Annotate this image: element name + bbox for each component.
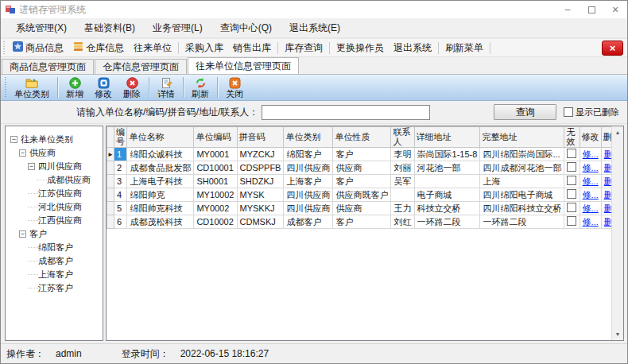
row-selector-header[interactable]: [107, 127, 114, 148]
cell-address[interactable]: 崇尚国际1-15-8: [414, 148, 480, 161]
edit-link-cell[interactable]: 修...: [580, 215, 601, 229]
cell-category[interactable]: 上海客户: [284, 175, 333, 188]
column-header-nature[interactable]: 单位性质: [333, 127, 391, 148]
column-header-code[interactable]: 单位编码: [194, 127, 237, 148]
cell-full_address[interactable]: 一环路二段: [480, 215, 564, 229]
cell-contact[interactable]: [391, 188, 414, 202]
cell-nature[interactable]: 客户: [333, 148, 391, 161]
menu-item[interactable]: 查询中心(Q): [211, 20, 281, 36]
cell-pinyin[interactable]: CDSPPFB: [237, 161, 284, 175]
cell-nature[interactable]: 供应商既客户: [333, 188, 391, 202]
toolbar-button[interactable]: 销售出库: [228, 40, 276, 56]
edit-link[interactable]: 修...: [583, 176, 599, 186]
scroll-down-icon[interactable]: ▼: [612, 328, 623, 340]
toolbar-button[interactable]: 刷新菜单: [440, 40, 488, 56]
table-row[interactable]: 4绵阳帅克MY10002MYSK四川供应商供应商既客户电子商城四川绵阳电子商城修…: [107, 188, 623, 202]
cell-no[interactable]: 1: [114, 148, 127, 161]
column-header-category[interactable]: 单位类别: [284, 127, 333, 148]
sub-toolbar-button[interactable]: 详情: [152, 76, 180, 100]
cell-no[interactable]: 4: [114, 188, 127, 202]
row-selector[interactable]: [107, 202, 114, 215]
toolbar-button[interactable]: 仓库信息: [68, 40, 129, 56]
sub-toolbar-button[interactable]: 修改: [89, 76, 118, 100]
table-row[interactable]: 2成都食品批发部CD10001CDSPPFB四川供应商供应商刘丽河花池一部四川成…: [107, 161, 623, 175]
invalid-checkbox-cell[interactable]: [564, 202, 580, 215]
invalid-checkbox[interactable]: [567, 176, 576, 185]
vertical-scrollbar[interactable]: ▲ ▼: [611, 126, 623, 340]
cell-full_address[interactable]: 四川绵阳电子商城: [480, 188, 564, 202]
tree-item[interactable]: −往来单位类别: [6, 133, 103, 146]
toolbar-button[interactable]: 库存查询: [280, 40, 328, 56]
invalid-checkbox[interactable]: [567, 162, 576, 172]
cell-no[interactable]: 5: [114, 202, 127, 215]
cell-nature[interactable]: 供应商: [333, 161, 391, 175]
sub-toolbar-button[interactable]: 删除: [118, 76, 146, 100]
cell-name[interactable]: 成都食品批发部: [127, 161, 194, 175]
cell-pinyin[interactable]: MYZCKJ: [237, 148, 284, 161]
cell-name[interactable]: 绵阳众诚科技: [127, 148, 194, 161]
tree-item[interactable]: 江苏客户: [6, 281, 103, 295]
sub-toolbar-button[interactable]: 新增: [60, 76, 89, 100]
edit-link-cell[interactable]: 修...: [580, 175, 601, 188]
tree-expander-icon[interactable]: −: [19, 230, 26, 238]
tab-item[interactable]: 商品信息管理页面: [2, 59, 94, 74]
tree-item[interactable]: 成都客户: [6, 254, 103, 268]
row-selector[interactable]: [107, 188, 114, 202]
cell-pinyin[interactable]: SHDZKJ: [237, 175, 284, 188]
tree-item[interactable]: 成都供应商: [6, 173, 103, 187]
tree-expander-icon[interactable]: −: [19, 149, 26, 157]
column-header-full_address[interactable]: 完整地址: [480, 127, 564, 148]
cell-code[interactable]: SH0001: [194, 175, 237, 188]
cell-full_address[interactable]: 上海: [480, 175, 564, 188]
tree-expander-icon[interactable]: −: [10, 136, 17, 143]
edit-link[interactable]: 修...: [583, 190, 599, 199]
invalid-checkbox[interactable]: [567, 203, 576, 212]
tree-item[interactable]: −客户: [6, 227, 103, 241]
toolbar-button[interactable]: 采购入库: [180, 40, 228, 56]
cell-category[interactable]: 四川供应商: [284, 188, 333, 202]
cell-category[interactable]: 四川供应商: [284, 202, 333, 215]
edit-link[interactable]: 修...: [583, 149, 599, 159]
cell-full_address[interactable]: 四川成都河花池一部: [480, 161, 564, 175]
column-header-pinyin[interactable]: 拼音码: [237, 127, 284, 148]
edit-link-cell[interactable]: 修...: [580, 202, 601, 215]
cell-contact[interactable]: 刘丽: [391, 161, 414, 175]
search-input[interactable]: [262, 105, 430, 120]
cell-category[interactable]: 四川供应商: [284, 161, 333, 175]
cell-full_address[interactable]: 四川绵阳崇尚国际...: [480, 148, 564, 161]
sub-toolbar-button[interactable]: 单位类别: [9, 76, 55, 100]
cell-full_address[interactable]: 四川绵阳科技立交桥: [480, 202, 564, 215]
tab-active[interactable]: 往来单位信息管理页面: [188, 57, 299, 74]
cell-code[interactable]: MY0002: [194, 202, 237, 215]
cell-code[interactable]: MY10002: [194, 188, 237, 202]
invalid-checkbox-cell[interactable]: [564, 188, 580, 202]
invalid-checkbox[interactable]: [567, 149, 576, 158]
edit-link[interactable]: 修...: [583, 217, 599, 227]
sub-toolbar-button[interactable]: 关闭: [220, 76, 249, 100]
menu-item[interactable]: 系统管理(X): [7, 20, 76, 36]
invalid-checkbox-cell[interactable]: [564, 175, 580, 188]
show-deleted-checkbox[interactable]: [564, 107, 573, 117]
invalid-checkbox-cell[interactable]: [564, 148, 580, 161]
edit-link-cell[interactable]: 修...: [580, 188, 601, 202]
cell-address[interactable]: 电子商城: [414, 188, 480, 202]
tree-expander-icon[interactable]: −: [28, 163, 35, 170]
cell-contact[interactable]: 刘红: [391, 215, 414, 229]
menu-item[interactable]: 业务管理(L): [144, 20, 211, 36]
cell-no[interactable]: 6: [114, 215, 127, 229]
tree-item[interactable]: 上海客户: [6, 268, 103, 281]
table-row[interactable]: ►1绵阳众诚科技MY0001MYZCKJ绵阳客户客户李明崇尚国际1-15-8四川…: [107, 148, 623, 161]
row-selector[interactable]: [107, 175, 114, 188]
invalid-checkbox-cell[interactable]: [564, 161, 580, 175]
row-selector[interactable]: [107, 161, 114, 175]
cell-name[interactable]: 绵阳帅克: [127, 188, 194, 202]
toolbar-button[interactable]: 退出系统: [389, 40, 436, 56]
tree-item[interactable]: 江苏供应商: [6, 187, 103, 200]
cell-pinyin[interactable]: CDMSKJ: [237, 215, 284, 229]
toolbar-button[interactable]: 更换操作员: [331, 40, 389, 56]
minimize-button[interactable]: –: [556, 1, 580, 18]
column-header-no[interactable]: 编号: [114, 127, 127, 148]
cell-name[interactable]: 成都茂松科技: [127, 215, 194, 229]
row-selector[interactable]: ►: [107, 148, 114, 161]
column-header-invalid[interactable]: 无效: [564, 127, 580, 148]
